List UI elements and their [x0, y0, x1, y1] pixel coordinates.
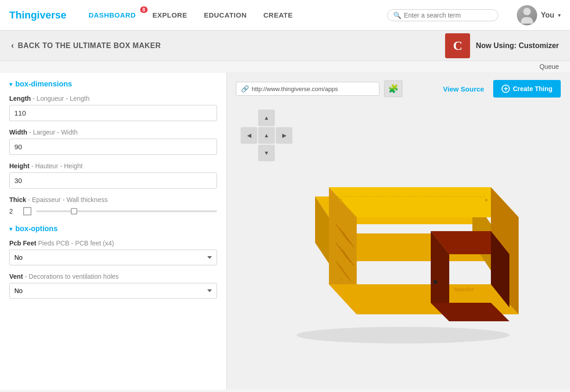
customizer-logo-char: C: [453, 38, 462, 53]
dashboard-badge: 8: [140, 6, 148, 13]
pcb-feet-label: Pcb Feet Pieds PCB - PCB feet (x4): [9, 239, 217, 247]
thick-value: 2: [9, 208, 19, 215]
height-label-strong: Height: [9, 162, 30, 170]
avatar: [517, 5, 537, 25]
now-using-prefix: Now Using:: [476, 42, 516, 49]
panel-dot: [434, 280, 437, 284]
box-top: [329, 187, 519, 217]
length-label-desc: - Longueur - Length: [33, 95, 90, 102]
puzzle-icon: 🧩: [388, 84, 398, 94]
main-content: ▾ box-dimensions Length - Longueur - Len…: [0, 73, 570, 390]
nav-link-explore[interactable]: EXPLORE: [144, 11, 195, 19]
thick-label-strong: Thick: [9, 196, 26, 203]
url-text: http://www.thingiverse.com/apps: [252, 86, 338, 92]
site-logo[interactable]: Thingiverse: [9, 9, 66, 21]
box-3d-svg: MakerBot: [260, 150, 537, 344]
url-input-wrapper: 🔗 http://www.thingiverse.com/apps: [236, 82, 379, 96]
box-dimensions-chevron-icon: ▾: [9, 80, 12, 88]
vent-label-strong: Vent: [9, 273, 23, 280]
width-label-desc: - Largeur - Width: [29, 129, 78, 136]
customizer-logo: C: [445, 33, 470, 58]
height-field-row: Height - Hauteur - Height: [9, 162, 217, 189]
box-options-chevron-icon: ▾: [9, 225, 12, 233]
thick-label-desc: - Epaisseur - Wall thickness: [28, 196, 107, 203]
vent-select[interactable]: No Yes: [9, 283, 217, 299]
search-input[interactable]: [404, 12, 492, 19]
thick-slider-control: 2: [9, 207, 217, 215]
thick-range-input[interactable]: [36, 210, 217, 212]
queue-bar: Queue: [0, 61, 570, 73]
screw-tr: [485, 199, 488, 202]
thick-label: Thick - Epaisseur - Wall thickness: [9, 196, 217, 203]
height-label: Height - Hauteur - Height: [9, 162, 217, 170]
width-field-row: Width - Largeur - Width: [9, 129, 217, 155]
left-panel: ▾ box-dimensions Length - Longueur - Len…: [0, 73, 227, 390]
url-bar: 🔗 http://www.thingiverse.com/apps 🧩 View…: [227, 73, 570, 105]
width-label-strong: Width: [9, 129, 27, 136]
puzzle-button[interactable]: 🧩: [384, 80, 403, 97]
length-input[interactable]: [9, 105, 217, 121]
search-box: 🔍: [387, 9, 498, 21]
queue-link[interactable]: Queue: [539, 63, 559, 70]
nav-link-education[interactable]: EDUCATION: [196, 11, 255, 19]
box-3d-container: MakerBot: [227, 105, 570, 390]
user-area[interactable]: You ▾: [517, 5, 561, 25]
box-dimensions-title: box-dimensions: [15, 80, 72, 88]
vent-row: Vent - Decorations to ventilation holes …: [9, 273, 217, 299]
user-label: You: [541, 11, 554, 19]
screw-tl: [339, 199, 342, 202]
width-input[interactable]: [9, 139, 217, 155]
box-options-title: box-options: [15, 225, 58, 233]
length-field-row: Length - Longueur - Length: [9, 95, 217, 121]
create-thing-button[interactable]: + Create Thing: [493, 80, 561, 98]
chevron-down-icon: ▾: [558, 12, 561, 18]
vent-label: Vent - Decorations to ventilation holes: [9, 273, 217, 280]
back-label: BACK TO THE ULTIMATE BOX MAKER: [18, 42, 161, 50]
length-label-strong: Length: [9, 95, 31, 102]
pcb-feet-row: Pcb Feet Pieds PCB - PCB feet (x4) No Ye…: [9, 239, 217, 265]
view-source-button[interactable]: View Source: [438, 82, 489, 96]
nav-link-dashboard[interactable]: DASHBOARD 8: [80, 11, 144, 19]
vent-label-desc: - Decorations to ventilation holes: [25, 273, 118, 280]
plus-circle-icon: +: [502, 85, 510, 93]
screw-bl: [339, 278, 342, 281]
pcb-feet-label-desc: Pieds PCB - PCB feet (x4): [38, 239, 114, 247]
height-input[interactable]: [9, 172, 217, 189]
thick-slider-row: Thick - Epaisseur - Wall thickness 2: [9, 196, 217, 215]
pcb-feet-select[interactable]: No Yes: [9, 250, 217, 265]
back-bar: ‹ BACK TO THE ULTIMATE BOX MAKER C Now U…: [0, 31, 570, 61]
length-label: Length - Longueur - Length: [9, 95, 217, 102]
link-icon: 🔗: [241, 85, 249, 92]
height-label-desc: - Hauteur - Height: [31, 162, 82, 170]
box-dimensions-header[interactable]: ▾ box-dimensions: [9, 80, 217, 88]
navbar: Thingiverse DASHBOARD 8 EXPLORE EDUCATIO…: [0, 0, 570, 31]
back-arrow-icon: ‹: [11, 41, 14, 50]
nav-links: DASHBOARD 8 EXPLORE EDUCATION CREATE: [80, 11, 378, 19]
nav-dashboard-label: DASHBOARD: [88, 11, 136, 19]
now-using-text: Now Using: Customizer: [476, 42, 559, 50]
width-label: Width - Largeur - Width: [9, 129, 217, 136]
thick-slider-thumb: [23, 207, 31, 215]
search-icon: 🔍: [393, 12, 401, 19]
thick-slider-track: [36, 210, 217, 212]
now-using-app: Customizer: [519, 42, 559, 49]
box-label-text: MakerBot: [454, 287, 474, 292]
back-link[interactable]: ‹ BACK TO THE ULTIMATE BOX MAKER: [11, 41, 161, 50]
pcb-feet-label-strong: Pcb Feet: [9, 239, 36, 247]
avatar-image: [517, 5, 537, 25]
box-shadow: [297, 327, 509, 343]
create-thing-label: Create Thing: [513, 85, 552, 92]
nav-link-create[interactable]: CREATE: [255, 11, 301, 19]
now-using-area: C Now Using: Customizer: [445, 33, 559, 58]
right-panel: 🔗 http://www.thingiverse.com/apps 🧩 View…: [227, 73, 570, 390]
box-options-header[interactable]: ▾ box-options: [9, 225, 217, 233]
